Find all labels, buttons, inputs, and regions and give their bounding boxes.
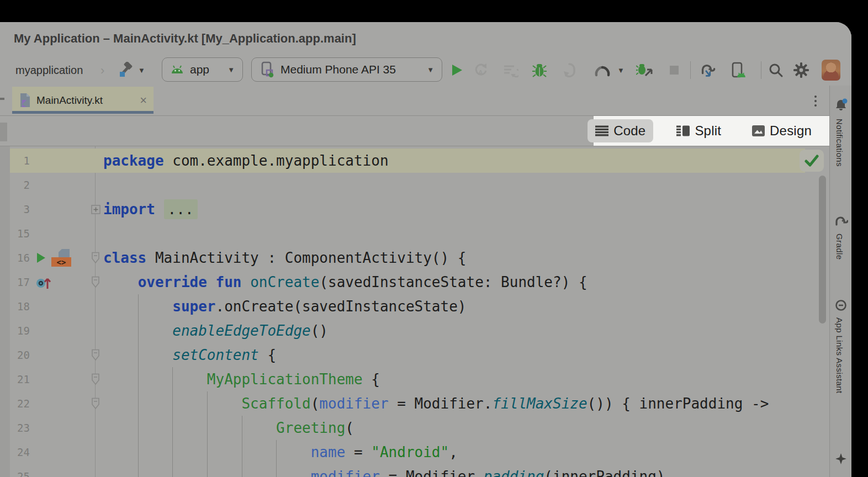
profile-debuggable-icon[interactable]	[636, 62, 653, 78]
line-number[interactable]: 21	[11, 367, 30, 391]
code-text[interactable]: override fun onCreate(savedInstanceState…	[103, 270, 588, 294]
run-button[interactable]	[448, 62, 465, 78]
stop-button[interactable]	[666, 62, 682, 78]
code-line-15[interactable]: 15	[0, 221, 829, 246]
code-line-16[interactable]: 16<>class MainActivity : ComponentActivi…	[0, 246, 829, 270]
run-class-icon[interactable]	[35, 252, 46, 264]
line-number[interactable]: 1	[11, 149, 30, 173]
fold-collapse-icon[interactable]	[91, 397, 100, 410]
fold-marker[interactable]	[88, 197, 103, 221]
device-selector[interactable]: Medium Phone API 35 ▼	[251, 57, 442, 82]
line-number[interactable]: 24	[11, 440, 30, 464]
line-number[interactable]: 22	[11, 391, 30, 416]
line-number[interactable]: 2	[11, 173, 30, 197]
attach-debugger-icon[interactable]	[561, 62, 578, 78]
ide-window: My Application – MainActivity.kt [My_App…	[0, 22, 851, 477]
fold-marker[interactable]	[88, 343, 103, 367]
line-number[interactable]: 23	[11, 416, 30, 440]
code-editor[interactable]: 1package com.example.myapplication23impo…	[0, 146, 829, 477]
editor-toolbar: Code Split Design	[0, 116, 829, 146]
build-dropdown-caret-icon[interactable]: ▼	[138, 55, 145, 86]
fold-marker[interactable]	[88, 367, 103, 391]
tab-close-icon[interactable]: ×	[140, 95, 147, 106]
line-number[interactable]: 16	[11, 246, 30, 270]
code-line-17[interactable]: 17 override fun onCreate(savedInstanceSt…	[0, 270, 829, 294]
right-tool-stripe: Notifications Gradle App Links Assistant	[829, 86, 851, 477]
code-text[interactable]: MyApplicationTheme {	[103, 367, 380, 391]
module-caret-icon: ▼	[227, 66, 235, 74]
code-line-25[interactable]: 25 modifier = Modifier.padding(innerPadd…	[0, 464, 829, 477]
apply-code-changes-icon[interactable]	[502, 62, 519, 78]
code-text[interactable]: name = "Android",	[103, 440, 458, 464]
line-number[interactable]: 17	[11, 270, 30, 294]
code-line-20[interactable]: 20 setContent {	[0, 343, 829, 367]
code-lines: 1package com.example.myapplication23impo…	[0, 149, 829, 477]
code-line-22[interactable]: 22 Scaffold(modifier = Modifier.fillMaxS…	[0, 391, 829, 416]
mode-code-button[interactable]: Code	[588, 119, 653, 142]
mode-design-button[interactable]: Design	[744, 119, 819, 142]
code-text[interactable]: package com.example.myapplication	[103, 149, 389, 173]
overrides-method-icon[interactable]	[35, 274, 52, 290]
code-line-19[interactable]: 19 enableEdgeToEdge()	[0, 319, 829, 343]
fold-collapse-icon[interactable]	[91, 348, 100, 362]
code-text[interactable]: import ...	[103, 197, 198, 221]
line-number[interactable]: 18	[11, 294, 30, 319]
fold-marker[interactable]	[88, 270, 103, 294]
stripe-label-gradle[interactable]: Gradle	[835, 234, 844, 259]
mode-split-button[interactable]: Split	[669, 119, 729, 142]
code-text[interactable]: enableEdgeToEdge()	[103, 319, 328, 343]
compose-preview-icon[interactable]: <>	[51, 249, 71, 267]
code-view-icon	[595, 125, 608, 136]
line-number[interactable]: 15	[11, 221, 30, 246]
code-line-18[interactable]: 18 super.onCreate(savedInstanceState)	[0, 294, 829, 319]
sync-gradle-icon[interactable]	[699, 62, 716, 78]
debug-button[interactable]	[531, 62, 548, 78]
tab-options-kebab-icon[interactable]	[809, 92, 822, 110]
stripe-label-notifications[interactable]: Notifications	[835, 119, 844, 167]
user-avatar[interactable]	[822, 60, 840, 81]
fold-expand-icon[interactable]	[91, 205, 100, 214]
code-text[interactable]: class MainActivity : ComponentActivity()…	[103, 246, 466, 270]
left-stripe-nub	[0, 98, 4, 100]
gutter-icons	[35, 270, 87, 294]
gemini-button[interactable]	[834, 452, 848, 466]
code-text[interactable]: modifier = Modifier.padding(innerPadding…	[103, 464, 665, 477]
line-number[interactable]: 25	[11, 464, 30, 477]
fold-collapse-icon[interactable]	[91, 251, 100, 264]
breadcrumb[interactable]: myapplication	[15, 55, 83, 86]
profiler-caret-icon[interactable]: ▼	[617, 55, 624, 86]
fold-marker[interactable]	[88, 246, 103, 270]
fold-collapse-icon[interactable]	[91, 373, 100, 386]
fold-collapse-icon[interactable]	[91, 275, 100, 289]
code-text[interactable]: setContent {	[103, 343, 276, 367]
code-line-3[interactable]: 3import ...	[0, 197, 829, 221]
line-number[interactable]: 3	[11, 197, 30, 221]
profiler-icon[interactable]	[594, 62, 611, 78]
code-line-2[interactable]: 2	[0, 173, 829, 197]
code-text[interactable]: super.onCreate(savedInstanceState)	[103, 294, 466, 319]
line-number[interactable]: 20	[11, 343, 30, 367]
stripe-label-app-links[interactable]: App Links Assistant	[835, 317, 844, 394]
code-line-24[interactable]: 24 name = "Android",	[0, 440, 829, 464]
module-selector[interactable]: app ▼	[162, 57, 243, 82]
code-line-23[interactable]: 23 Greeting(	[0, 416, 829, 440]
settings-gear-icon[interactable]	[793, 62, 809, 78]
device-manager-icon[interactable]	[730, 62, 747, 78]
fold-marker[interactable]	[88, 391, 103, 416]
search-icon[interactable]	[768, 62, 784, 78]
apply-changes-restart-icon[interactable]: A	[473, 62, 489, 78]
code-line-21[interactable]: 21 MyApplicationTheme {	[0, 367, 829, 391]
app-links-assistant-button[interactable]	[834, 298, 848, 312]
build-hammer-icon[interactable]	[117, 62, 134, 78]
notifications-button[interactable]	[834, 98, 848, 112]
editor-scrollbar-thumb[interactable]	[819, 176, 826, 324]
code-text[interactable]: Scaffold(modifier = Modifier.fillMaxSize…	[103, 391, 769, 416]
line-number[interactable]: 19	[11, 319, 30, 343]
code-text[interactable]: Greeting(	[103, 416, 354, 440]
gradle-button[interactable]	[834, 214, 848, 228]
module-label: app	[190, 63, 209, 76]
tab-active-underline	[12, 111, 154, 114]
code-line-1[interactable]: 1package com.example.myapplication	[0, 149, 829, 173]
tab-mainactivity[interactable]: MainActivity.kt ×	[12, 87, 154, 114]
inspections-ok-widget[interactable]	[800, 150, 824, 172]
